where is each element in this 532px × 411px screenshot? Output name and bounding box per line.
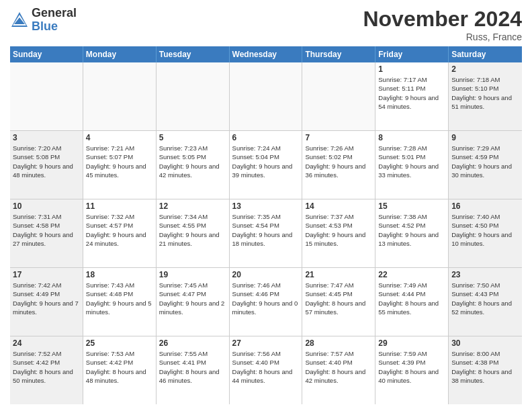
calendar-cell <box>230 62 303 130</box>
day-number: 5 <box>159 133 226 142</box>
day-number: 17 <box>13 270 80 279</box>
day-number: 19 <box>159 270 226 279</box>
calendar-cell: 21Sunrise: 7:47 AM Sunset: 4:45 PM Dayli… <box>302 268 375 336</box>
calendar-cell: 1Sunrise: 7:17 AM Sunset: 5:11 PM Daylig… <box>375 62 449 130</box>
cell-info: Sunrise: 7:26 AM Sunset: 5:02 PM Dayligh… <box>305 144 372 179</box>
day-number: 8 <box>378 133 445 142</box>
cell-info: Sunrise: 8:00 AM Sunset: 4:38 PM Dayligh… <box>451 349 519 385</box>
calendar-header: SundayMondayTuesdayWednesdayThursdayFrid… <box>10 46 522 62</box>
calendar-cell: 18Sunrise: 7:43 AM Sunset: 4:48 PM Dayli… <box>83 268 157 336</box>
calendar-cell: 2Sunrise: 7:18 AM Sunset: 5:10 PM Daylig… <box>449 62 522 130</box>
cell-info: Sunrise: 7:40 AM Sunset: 4:50 PM Dayligh… <box>451 212 519 248</box>
day-number: 15 <box>378 201 445 211</box>
cell-info: Sunrise: 7:17 AM Sunset: 5:11 PM Dayligh… <box>378 75 445 111</box>
calendar-cell: 29Sunrise: 7:59 AM Sunset: 4:39 PM Dayli… <box>375 336 449 404</box>
calendar-cell: 8Sunrise: 7:28 AM Sunset: 5:01 PM Daylig… <box>375 131 449 199</box>
cell-info: Sunrise: 7:59 AM Sunset: 4:39 PM Dayligh… <box>378 349 445 385</box>
calendar-cell <box>83 62 157 130</box>
cell-info: Sunrise: 7:57 AM Sunset: 4:40 PM Dayligh… <box>305 349 372 385</box>
calendar-cell: 28Sunrise: 7:57 AM Sunset: 4:40 PM Dayli… <box>302 336 375 404</box>
calendar-cell: 16Sunrise: 7:40 AM Sunset: 4:50 PM Dayli… <box>449 199 522 267</box>
calendar-row: 10Sunrise: 7:31 AM Sunset: 4:58 PM Dayli… <box>10 199 522 268</box>
cell-info: Sunrise: 7:47 AM Sunset: 4:45 PM Dayligh… <box>305 281 372 316</box>
calendar-cell: 17Sunrise: 7:42 AM Sunset: 4:49 PM Dayli… <box>10 268 83 336</box>
calendar-cell: 3Sunrise: 7:20 AM Sunset: 5:08 PM Daylig… <box>10 131 83 199</box>
cell-info: Sunrise: 7:38 AM Sunset: 4:52 PM Dayligh… <box>378 212 445 248</box>
cell-info: Sunrise: 7:29 AM Sunset: 4:59 PM Dayligh… <box>451 144 519 179</box>
cell-info: Sunrise: 7:35 AM Sunset: 4:54 PM Dayligh… <box>232 212 300 248</box>
cell-info: Sunrise: 7:24 AM Sunset: 5:04 PM Dayligh… <box>232 144 300 179</box>
calendar-row: 17Sunrise: 7:42 AM Sunset: 4:49 PM Dayli… <box>10 268 522 336</box>
calendar-cell: 10Sunrise: 7:31 AM Sunset: 4:58 PM Dayli… <box>10 199 83 267</box>
cell-info: Sunrise: 7:45 AM Sunset: 4:47 PM Dayligh… <box>159 281 226 316</box>
calendar-cell: 15Sunrise: 7:38 AM Sunset: 4:52 PM Dayli… <box>375 199 449 267</box>
location: Russ, France <box>363 32 522 42</box>
cell-info: Sunrise: 7:32 AM Sunset: 4:57 PM Dayligh… <box>86 212 153 248</box>
header-day: Sunday <box>10 46 83 62</box>
calendar-cell: 14Sunrise: 7:37 AM Sunset: 4:53 PM Dayli… <box>302 199 375 267</box>
cell-info: Sunrise: 7:55 AM Sunset: 4:41 PM Dayligh… <box>159 349 226 385</box>
calendar-cell: 26Sunrise: 7:55 AM Sunset: 4:41 PM Dayli… <box>157 336 230 404</box>
day-number: 27 <box>232 338 300 348</box>
calendar-cell: 27Sunrise: 7:56 AM Sunset: 4:40 PM Dayli… <box>230 336 303 404</box>
calendar-page: General Blue November 2024 Russ, France … <box>0 0 532 411</box>
title-area: November 2024 Russ, France <box>363 7 522 42</box>
cell-info: Sunrise: 7:50 AM Sunset: 4:43 PM Dayligh… <box>451 281 519 316</box>
day-number: 2 <box>451 64 519 74</box>
calendar-cell <box>302 62 375 130</box>
day-number: 23 <box>451 270 519 279</box>
day-number: 14 <box>305 201 372 211</box>
cell-info: Sunrise: 7:46 AM Sunset: 4:46 PM Dayligh… <box>232 281 300 316</box>
cell-info: Sunrise: 7:21 AM Sunset: 5:07 PM Dayligh… <box>86 144 153 179</box>
cell-info: Sunrise: 7:18 AM Sunset: 5:10 PM Dayligh… <box>451 75 519 111</box>
calendar-cell: 12Sunrise: 7:34 AM Sunset: 4:55 PM Dayli… <box>157 199 230 267</box>
calendar-cell: 23Sunrise: 7:50 AM Sunset: 4:43 PM Dayli… <box>449 268 522 336</box>
cell-info: Sunrise: 7:31 AM Sunset: 4:58 PM Dayligh… <box>13 212 80 248</box>
header-day: Thursday <box>302 46 375 62</box>
cell-info: Sunrise: 7:56 AM Sunset: 4:40 PM Dayligh… <box>232 349 300 385</box>
cell-info: Sunrise: 7:53 AM Sunset: 4:42 PM Dayligh… <box>86 349 153 385</box>
calendar-body: 1Sunrise: 7:17 AM Sunset: 5:11 PM Daylig… <box>10 62 522 404</box>
calendar-cell: 22Sunrise: 7:49 AM Sunset: 4:44 PM Dayli… <box>375 268 449 336</box>
day-number: 26 <box>159 338 226 348</box>
calendar-row: 24Sunrise: 7:52 AM Sunset: 4:42 PM Dayli… <box>10 336 522 404</box>
cell-info: Sunrise: 7:43 AM Sunset: 4:48 PM Dayligh… <box>86 281 153 316</box>
day-number: 12 <box>159 201 226 211</box>
day-number: 9 <box>451 133 519 142</box>
cell-info: Sunrise: 7:37 AM Sunset: 4:53 PM Dayligh… <box>305 212 372 248</box>
day-number: 20 <box>232 270 300 279</box>
cell-info: Sunrise: 7:52 AM Sunset: 4:42 PM Dayligh… <box>13 349 80 385</box>
day-number: 1 <box>378 64 445 74</box>
day-number: 10 <box>13 201 80 211</box>
calendar-cell <box>10 62 83 130</box>
cell-info: Sunrise: 7:49 AM Sunset: 4:44 PM Dayligh… <box>378 281 445 316</box>
day-number: 4 <box>86 133 153 142</box>
logo-text: General Blue <box>32 7 77 34</box>
day-number: 18 <box>86 270 153 279</box>
day-number: 7 <box>305 133 372 142</box>
calendar-row: 1Sunrise: 7:17 AM Sunset: 5:11 PM Daylig… <box>10 62 522 131</box>
calendar: SundayMondayTuesdayWednesdayThursdayFrid… <box>10 46 522 404</box>
day-number: 24 <box>13 338 80 348</box>
month-title: November 2024 <box>363 7 522 32</box>
calendar-cell: 4Sunrise: 7:21 AM Sunset: 5:07 PM Daylig… <box>83 131 157 199</box>
day-number: 21 <box>305 270 372 279</box>
cell-info: Sunrise: 7:42 AM Sunset: 4:49 PM Dayligh… <box>13 281 80 316</box>
calendar-cell: 20Sunrise: 7:46 AM Sunset: 4:46 PM Dayli… <box>230 268 303 336</box>
day-number: 25 <box>86 338 153 348</box>
header-day: Monday <box>83 46 157 62</box>
cell-info: Sunrise: 7:20 AM Sunset: 5:08 PM Dayligh… <box>13 144 80 179</box>
header-day: Saturday <box>449 46 522 62</box>
day-number: 13 <box>232 201 300 211</box>
logo-icon <box>10 11 29 30</box>
header-day: Tuesday <box>157 46 230 62</box>
calendar-cell: 9Sunrise: 7:29 AM Sunset: 4:59 PM Daylig… <box>449 131 522 199</box>
day-number: 30 <box>451 338 519 348</box>
calendar-cell: 19Sunrise: 7:45 AM Sunset: 4:47 PM Dayli… <box>157 268 230 336</box>
calendar-cell <box>157 62 230 130</box>
cell-info: Sunrise: 7:23 AM Sunset: 5:05 PM Dayligh… <box>159 144 226 179</box>
calendar-row: 3Sunrise: 7:20 AM Sunset: 5:08 PM Daylig… <box>10 131 522 199</box>
logo: General Blue <box>10 7 77 34</box>
logo-general: General <box>32 7 77 20</box>
logo-blue: Blue <box>32 20 77 34</box>
